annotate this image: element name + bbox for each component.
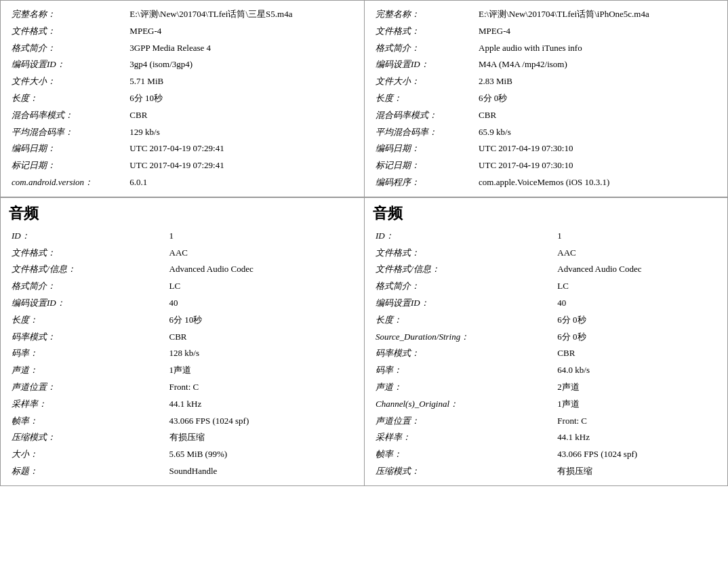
row-value: E:\评测\New\201704\TLfei话筒\iPhOne5c.m4a [476,6,719,23]
row-value: 有损压缩 [167,429,356,446]
row-value: 6分 0秒 [554,312,719,329]
table-row: 编码设置ID：3gp4 (isom/3gp4) [9,56,356,73]
row-label: 平均混合码率： [373,124,476,141]
row-label: 标记日期： [373,157,476,174]
row-label: 长度： [9,312,167,329]
row-value: 43.066 FPS (1024 spf) [554,446,719,463]
row-value: 1 [554,228,719,245]
row-label: 文件格式/信息： [373,261,554,278]
table-row: 声道位置：Front: C [373,413,719,430]
row-label: 长度： [9,90,127,107]
row-label: 文件格式： [9,245,167,262]
row-label: 采样率： [9,396,167,413]
table-row: 文件大小：2.83 MiB [373,73,719,90]
table-row: 混合码率模式：CBR [9,107,356,124]
table-row: 混合码率模式：CBR [373,107,719,124]
row-value: UTC 2017-04-19 07:30:10 [476,140,719,157]
row-value: CBR [476,107,719,124]
row-label: 混合码率模式： [9,107,127,124]
table-row: 声道：1声道 [9,362,356,379]
table-row: 声道：2声道 [373,379,719,396]
table-row: 格式简介：LC [9,278,356,295]
row-label: 压缩模式： [9,429,167,446]
row-label: 码率模式： [373,345,554,362]
row-value: 2.83 MiB [476,73,719,90]
left-audio-title: 音频 [9,203,356,224]
row-value: LC [167,278,356,295]
table-row: 文件格式/信息：Advanced Audio Codec [373,261,719,278]
row-value: M4A (M4A /mp42/isom) [476,56,719,73]
row-label: 文件格式： [9,23,127,40]
row-value: 40 [554,295,719,312]
right-audio-table: ID：1文件格式：AAC文件格式/信息：Advanced Audio Codec… [373,228,719,480]
table-row: Source_Duration/String：6分 0秒 [373,329,719,346]
row-label: 编码日期： [9,140,127,157]
table-row: 码率模式：CBR [373,345,719,362]
row-value: 6分 0秒 [554,329,719,346]
table-row: 长度：6分 0秒 [373,312,719,329]
row-value: 129 kb/s [127,124,356,141]
row-value: MPEG-4 [476,23,719,40]
left-audio-panel: 音频 ID：1文件格式：AAC文件格式/信息：Advanced Audio Co… [0,197,364,486]
main-container: 完整名称：E:\评测\New\201704\TLfei话筒\三星S5.m4a文件… [0,0,728,486]
table-row: 格式简介：Apple audio with iTunes info [373,40,719,57]
row-value: Advanced Audio Codec [554,261,719,278]
table-row: 完整名称：E:\评测\New\201704\TLfei话筒\iPhOne5c.m… [373,6,719,23]
row-value: 44.1 kHz [554,429,719,446]
row-label: 文件格式： [373,23,476,40]
row-label: Channel(s)_Original： [373,396,554,413]
table-row: 平均混合码率：129 kb/s [9,124,356,141]
row-value: E:\评测\New\201704\TLfei话筒\三星S5.m4a [127,6,356,23]
row-value: 65.9 kb/s [476,124,719,141]
table-row: 声道位置：Front: C [9,379,356,396]
row-label: 文件大小： [373,73,476,90]
right-general-table: 完整名称：E:\评测\New\201704\TLfei话筒\iPhOne5c.m… [373,6,719,191]
row-label: ID： [373,228,554,245]
table-row: 文件格式：MPEG-4 [9,23,356,40]
row-value: 5.71 MiB [127,73,356,90]
row-value: 有损压缩 [554,463,719,480]
table-row: 编码程序：com.apple.VoiceMemos (iOS 10.3.1) [373,174,719,191]
row-label: 文件格式/信息： [9,261,167,278]
table-row: 编码设置ID：40 [373,295,719,312]
table-row: 格式简介：LC [373,278,719,295]
left-general-table: 完整名称：E:\评测\New\201704\TLfei话筒\三星S5.m4a文件… [9,6,356,191]
row-value: UTC 2017-04-19 07:29:41 [127,157,356,174]
table-row: 帧率：43.066 FPS (1024 spf) [373,446,719,463]
row-label: 标题： [9,463,167,480]
row-label: 编码设置ID： [373,295,554,312]
row-label: 采样率： [373,429,554,446]
row-label: 声道： [9,362,167,379]
row-value: 1声道 [554,396,719,413]
table-row: 标题：SoundHandle [9,463,356,480]
table-row: 采样率：44.1 kHz [9,396,356,413]
table-row: 编码日期：UTC 2017-04-19 07:29:41 [9,140,356,157]
table-row: 长度：6分 10秒 [9,90,356,107]
row-value: MPEG-4 [127,23,356,40]
row-value: 128 kb/s [167,345,356,362]
row-value: 3gp4 (isom/3gp4) [127,56,356,73]
row-value: 40 [167,295,356,312]
right-audio-panel: 音频 ID：1文件格式：AAC文件格式/信息：Advanced Audio Co… [364,197,728,486]
row-value: LC [554,278,719,295]
row-value: Front: C [167,379,356,396]
table-row: 帧率：43.066 FPS (1024 spf) [9,413,356,430]
row-value: Apple audio with iTunes info [476,40,719,57]
row-label: 格式简介： [9,278,167,295]
table-row: 采样率：44.1 kHz [373,429,719,446]
row-label: 文件大小： [9,73,127,90]
row-value: 43.066 FPS (1024 spf) [167,413,356,430]
left-general-panel: 完整名称：E:\评测\New\201704\TLfei话筒\三星S5.m4a文件… [0,0,364,197]
row-label: 混合码率模式： [373,107,476,124]
row-label: 完整名称： [373,6,476,23]
row-value: 1 [167,228,356,245]
table-row: 编码设置ID：40 [9,295,356,312]
row-value: SoundHandle [167,463,356,480]
row-label: 编码设置ID： [9,56,127,73]
row-value: 6.0.1 [127,174,356,191]
table-row: 长度：6分 0秒 [373,90,719,107]
row-value: AAC [554,245,719,262]
row-label: ID： [9,228,167,245]
row-value: CBR [127,107,356,124]
table-row: 格式简介：3GPP Media Release 4 [9,40,356,57]
